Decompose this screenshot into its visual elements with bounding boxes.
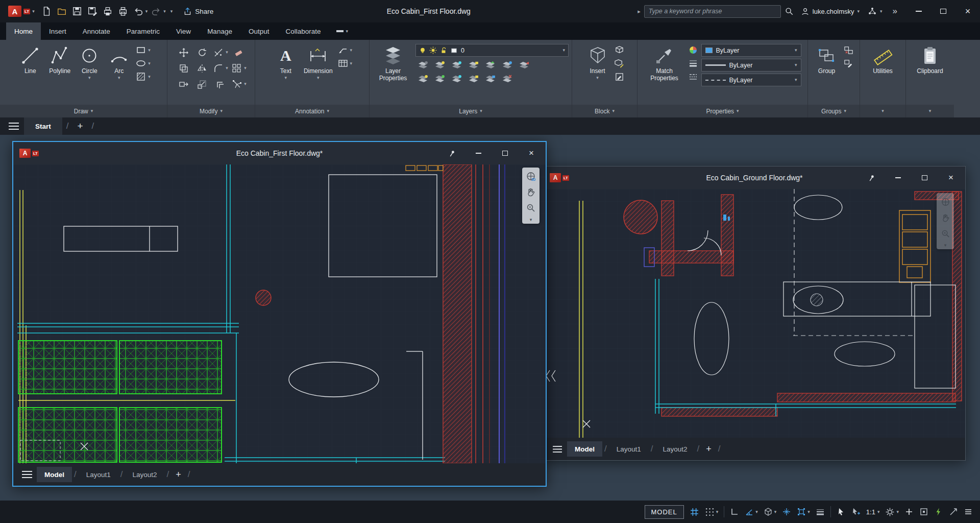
- double-chevron-icon[interactable]: »: [888, 6, 902, 16]
- ortho-mode-icon[interactable]: [730, 507, 739, 516]
- mirror-icon[interactable]: [196, 63, 208, 74]
- group-button[interactable]: Group: [813, 43, 841, 76]
- make-current-layer-icon[interactable]: [484, 59, 496, 70]
- pan-hand-icon[interactable]: [939, 211, 951, 224]
- isometric-drafting-icon[interactable]: ▾: [764, 507, 777, 516]
- file-tabs-menu-icon[interactable]: [5, 117, 22, 135]
- dimension-button[interactable]: Dimension ▾: [302, 43, 335, 81]
- layer-off-icon[interactable]: [416, 59, 429, 70]
- panel-label-annotation[interactable]: Annotation▾: [255, 105, 369, 117]
- drawing-canvas-first-floor[interactable]: 2D ▾: [13, 164, 546, 463]
- explode-icon[interactable]: [231, 79, 243, 90]
- layer-walk-icon[interactable]: [416, 73, 429, 84]
- maximize-button[interactable]: [919, 173, 929, 183]
- ellipse-icon[interactable]: [135, 58, 147, 69]
- layer-match-icon[interactable]: [501, 59, 513, 70]
- match-properties-button[interactable]: Match Properties: [644, 43, 685, 83]
- layout-menu-icon[interactable]: [18, 466, 36, 483]
- selection-cycling-icon[interactable]: [837, 507, 846, 516]
- scale-icon[interactable]: [196, 79, 208, 90]
- minimize-button[interactable]: [893, 173, 903, 183]
- hatch-caret[interactable]: ▾: [148, 75, 151, 79]
- zoom-icon[interactable]: [939, 227, 951, 240]
- tab-collaborate[interactable]: Collaborate: [277, 22, 329, 40]
- polyline-button[interactable]: Polyline: [46, 43, 74, 76]
- drawing-window-ground-floor[interactable]: ALT Eco Cabin_Ground Floor.dwg* ×: [543, 166, 966, 461]
- panel-label-clipboard[interactable]: ▾: [906, 105, 954, 117]
- create-block-icon[interactable]: [614, 44, 626, 56]
- layer-dropdown-caret[interactable]: ▾: [562, 48, 565, 53]
- new-layout-button[interactable]: +: [171, 469, 186, 480]
- navbar-caret[interactable]: ▾: [944, 243, 947, 248]
- utilities-button[interactable]: Utilities: [869, 43, 897, 76]
- navigation-wheel-icon[interactable]: 2D: [525, 170, 537, 182]
- panel-label-utilities[interactable]: ▾: [860, 105, 905, 117]
- navigation-wheel-icon[interactable]: [939, 196, 951, 208]
- object-snap-tracking-icon[interactable]: [782, 507, 791, 516]
- layer-dropdown[interactable]: 0 ▾: [415, 44, 569, 57]
- pin-icon[interactable]: [866, 173, 876, 183]
- window-titlebar[interactable]: ALT Eco Cabin_Ground Floor.dwg* ×: [544, 167, 965, 189]
- panel-label-block[interactable]: Block▾: [572, 105, 637, 117]
- drawing-canvas-ground-floor[interactable]: ▾: [544, 189, 965, 438]
- save-as-icon[interactable]: [86, 5, 99, 18]
- customization-menu-icon[interactable]: [964, 507, 973, 516]
- tab-insert[interactable]: Insert: [41, 22, 75, 40]
- hatch-icon[interactable]: [135, 71, 147, 82]
- panel-label-groups[interactable]: Groups▾: [808, 105, 860, 117]
- open-file-icon[interactable]: [55, 5, 68, 18]
- minimize-button[interactable]: [473, 148, 483, 158]
- search-input[interactable]: [644, 5, 781, 18]
- tab-output[interactable]: Output: [240, 22, 278, 40]
- ribbon-display-toggle[interactable]: ▾: [329, 22, 356, 40]
- tab-annotate[interactable]: Annotate: [75, 22, 118, 40]
- tab-parametric[interactable]: Parametric: [118, 22, 168, 40]
- table-caret[interactable]: ▾: [350, 61, 353, 66]
- navigation-bar[interactable]: ▾: [937, 193, 954, 249]
- ellipse-caret[interactable]: ▾: [148, 61, 151, 66]
- minimize-button[interactable]: [906, 0, 931, 22]
- share-button[interactable]: Share: [177, 7, 219, 16]
- annotation-scale-control[interactable]: 1:1▾: [866, 508, 880, 516]
- graphics-performance-icon[interactable]: [934, 507, 943, 516]
- layout2-tab[interactable]: Layout2: [655, 441, 695, 457]
- layout1-tab[interactable]: Layout1: [609, 441, 649, 457]
- layer-freeze-icon[interactable]: [450, 59, 462, 70]
- navbar-caret[interactable]: ▾: [530, 218, 532, 222]
- stretch-icon[interactable]: [178, 79, 190, 90]
- redo-icon[interactable]: [150, 5, 163, 18]
- redo-history-caret[interactable]: ▾: [163, 9, 166, 14]
- layer-merge-icon[interactable]: [484, 73, 496, 84]
- leader-icon[interactable]: [337, 44, 349, 56]
- workspace-gear-icon[interactable]: ▾: [885, 507, 899, 517]
- close-button[interactable]: ×: [526, 148, 536, 158]
- close-button[interactable]: ×: [946, 173, 956, 183]
- connected-apps-button[interactable]: ▾: [865, 7, 886, 16]
- insert-block-button[interactable]: Insert ▾: [584, 43, 611, 81]
- polar-tracking-icon[interactable]: ▾: [745, 507, 758, 516]
- search-icon[interactable]: [785, 7, 794, 16]
- circle-button[interactable]: Circle ▾: [76, 43, 103, 81]
- layer-delete-icon[interactable]: [501, 73, 513, 84]
- leader-caret[interactable]: ▾: [350, 48, 353, 53]
- lineweight-display-icon[interactable]: [816, 507, 825, 516]
- model-tab[interactable]: Model: [37, 467, 72, 482]
- close-button[interactable]: ×: [955, 0, 980, 22]
- clipboard-button[interactable]: Clipboard: [915, 43, 945, 76]
- layout1-tab[interactable]: Layout1: [79, 467, 118, 482]
- drawing-window-first-floor[interactable]: ALT Eco Cabin_First Floor.dwg* ×: [12, 141, 547, 487]
- table-icon[interactable]: [337, 58, 349, 69]
- layer-unisolate-icon[interactable]: [433, 73, 446, 84]
- selection-filter-icon[interactable]: [851, 507, 861, 516]
- navigation-bar[interactable]: 2D ▾: [522, 168, 540, 224]
- clean-screen-icon[interactable]: [949, 507, 958, 516]
- pin-icon[interactable]: [447, 148, 457, 158]
- search-expand-icon[interactable]: ▸: [638, 9, 641, 14]
- color-wheel-icon[interactable]: [687, 44, 699, 56]
- text-button[interactable]: A Text ▾: [272, 43, 300, 81]
- maximize-button[interactable]: [931, 0, 955, 22]
- pan-hand-icon[interactable]: [525, 186, 537, 198]
- array-caret[interactable]: ▾: [244, 66, 247, 70]
- new-file-icon[interactable]: [40, 5, 53, 18]
- trim-caret[interactable]: ▾: [226, 50, 228, 55]
